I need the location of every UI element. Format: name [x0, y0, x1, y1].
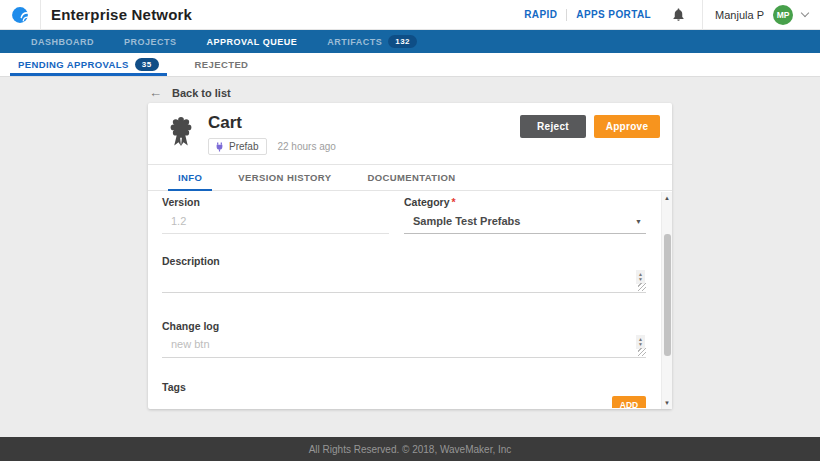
- wavemaker-logo-icon: [10, 5, 30, 25]
- type-badge: Prefab: [208, 138, 267, 155]
- footer: All Rights Reserved. © 2018, WaveMaker, …: [0, 437, 820, 461]
- category-field-group: Category* Sample Test Prefabs ▼: [404, 196, 646, 234]
- tags-label: Tags: [162, 381, 646, 393]
- add-tag-button[interactable]: ADD: [612, 396, 646, 408]
- header-divider: [40, 0, 41, 30]
- avatar[interactable]: MP: [773, 5, 793, 25]
- card-header: Cart Prefab 22 hours ago Reject Appro: [148, 103, 672, 165]
- tab-info[interactable]: INFO: [168, 165, 212, 190]
- subtab-label: PENDING APPROVALS: [18, 59, 129, 70]
- artifact-meta: Prefab 22 hours ago: [208, 138, 336, 155]
- timestamp: 22 hours ago: [277, 141, 335, 152]
- description-label: Description: [162, 255, 646, 267]
- back-label: Back to list: [172, 87, 231, 99]
- tab-documentation[interactable]: DOCUMENTATION: [357, 165, 465, 190]
- rapid-link[interactable]: RAPID: [524, 9, 557, 20]
- artifact-detail-card: Cart Prefab 22 hours ago Reject Appro: [148, 103, 672, 409]
- description-textarea[interactable]: ▲▼: [162, 267, 646, 293]
- copyright-text: All Rights Reserved. © 2018, WaveMaker, …: [309, 444, 512, 455]
- artifacts-count-badge: 132: [388, 35, 417, 48]
- required-asterisk: *: [452, 196, 456, 208]
- info-form: Version 1.2 Category* Sample Test Prefab…: [148, 191, 672, 408]
- prefab-plug-icon: [215, 142, 224, 152]
- category-label: Category*: [404, 196, 646, 208]
- tab-label: DOCUMENTATION: [367, 172, 455, 183]
- textarea-spinner-icon[interactable]: ▲▼: [636, 335, 645, 349]
- tab-version-history[interactable]: VERSION HISTORY: [228, 165, 341, 190]
- user-divider: [702, 0, 703, 30]
- nav-item-dashboard[interactable]: DASHBOARD: [16, 30, 109, 53]
- nav-label: PROJECTS: [124, 37, 177, 47]
- changelog-value: new btn: [171, 338, 210, 350]
- bell-icon: [671, 7, 686, 22]
- description-field-group: Description ▲▼: [162, 255, 646, 293]
- version-field-group: Version 1.2: [162, 196, 389, 234]
- nav-label: APPROVAL QUEUE: [207, 37, 298, 47]
- apps-portal-link[interactable]: APPS PORTAL: [576, 9, 651, 20]
- resize-grip-icon[interactable]: [638, 283, 646, 291]
- back-to-list-link[interactable]: ← Back to list: [149, 85, 231, 100]
- category-select[interactable]: Sample Test Prefabs ▼: [404, 208, 646, 234]
- notifications-button[interactable]: [671, 7, 686, 22]
- changelog-field-group: Change log new btn ▲▼: [162, 320, 646, 358]
- tab-pending-approvals[interactable]: PENDING APPROVALS 35: [0, 53, 177, 76]
- top-header: Enterprise Network RAPID APPS PORTAL Man…: [0, 0, 820, 30]
- main-content: ← Back to list Cart: [0, 77, 820, 437]
- card-title-block: Cart Prefab 22 hours ago: [208, 113, 336, 164]
- nav-item-artifacts[interactable]: ARTIFACTS 132: [312, 30, 432, 53]
- reject-button[interactable]: Reject: [520, 115, 586, 138]
- nav-label: DASHBOARD: [31, 37, 94, 47]
- tab-label: INFO: [178, 172, 202, 183]
- pending-count-badge: 35: [135, 58, 159, 71]
- nav-item-projects[interactable]: PROJECTS: [109, 30, 192, 53]
- award-ribbon-icon: [166, 113, 196, 153]
- subtab-label: REJECTED: [195, 59, 249, 70]
- scroll-down-icon[interactable]: ▼: [662, 400, 672, 406]
- nav-item-approval-queue[interactable]: APPROVAL QUEUE: [192, 30, 313, 53]
- card-tabs: INFO VERSION HISTORY DOCUMENTATION: [148, 165, 672, 191]
- tab-rejected[interactable]: REJECTED: [177, 53, 267, 76]
- user-name: Manjula P: [715, 9, 764, 21]
- header-right: RAPID APPS PORTAL Manjula P MP: [524, 0, 808, 30]
- link-divider: [566, 9, 567, 21]
- approve-button[interactable]: Approve: [594, 115, 660, 138]
- textarea-spinner-icon[interactable]: ▲▼: [636, 270, 645, 284]
- card-actions: Reject Approve: [520, 115, 660, 138]
- version-label: Version: [162, 196, 389, 208]
- back-arrow-icon: ←: [149, 85, 162, 100]
- nav-label: ARTIFACTS: [327, 37, 382, 47]
- version-category-row: Version 1.2 Category* Sample Test Prefab…: [162, 196, 646, 234]
- changelog-label: Change log: [162, 320, 646, 332]
- tab-label: VERSION HISTORY: [238, 172, 331, 183]
- select-caret-icon: ▼: [635, 218, 642, 225]
- scroll-up-icon[interactable]: ▲: [662, 195, 672, 201]
- card-scrollbar[interactable]: ▲ ▼: [661, 192, 672, 409]
- category-selected-value: Sample Test Prefabs: [413, 215, 520, 227]
- type-badge-label: Prefab: [229, 141, 258, 152]
- version-input: 1.2: [162, 208, 389, 234]
- category-label-text: Category: [404, 196, 450, 208]
- tags-field-group: Tags ADD prefab × btn ×: [162, 381, 646, 408]
- tags-input[interactable]: [162, 393, 590, 408]
- approval-subnav: PENDING APPROVALS 35 REJECTED: [0, 53, 820, 77]
- artifact-title: Cart: [208, 113, 336, 133]
- scrollbar-thumb[interactable]: [664, 234, 671, 356]
- primary-nav: DASHBOARD PROJECTS APPROVAL QUEUE ARTIFA…: [0, 30, 820, 53]
- chevron-down-icon[interactable]: [801, 9, 809, 17]
- resize-grip-icon[interactable]: [638, 348, 646, 356]
- page-title: Enterprise Network: [51, 6, 192, 23]
- changelog-textarea[interactable]: new btn ▲▼: [162, 332, 646, 358]
